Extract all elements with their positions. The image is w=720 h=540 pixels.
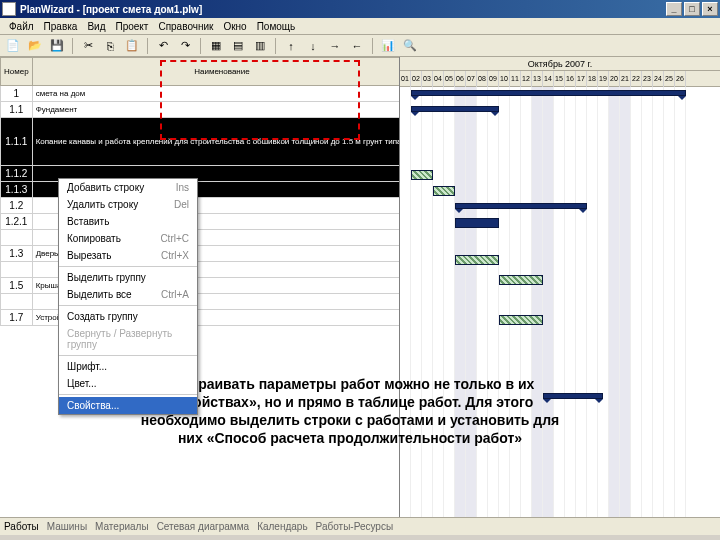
zoom-icon[interactable]: 🔍 bbox=[401, 37, 419, 55]
save-icon[interactable]: 💾 bbox=[48, 37, 66, 55]
day-header: 16 bbox=[565, 71, 576, 87]
menu-item[interactable]: КопироватьCtrl+C bbox=[59, 230, 197, 247]
menu-проект[interactable]: Проект bbox=[110, 21, 153, 32]
day-header: 05 bbox=[444, 71, 455, 87]
gantt-bar[interactable] bbox=[411, 170, 433, 180]
day-header: 19 bbox=[598, 71, 609, 87]
day-header: 23 bbox=[642, 71, 653, 87]
table-row[interactable]: 1.1.1Копание канавы и работа креплений д… bbox=[1, 118, 401, 166]
day-header: 20 bbox=[609, 71, 620, 87]
menu-файл[interactable]: Файл bbox=[4, 21, 39, 32]
open-icon[interactable]: 📂 bbox=[26, 37, 44, 55]
gantt-panel: Октябрь 2007 г. 010203040506070809101112… bbox=[400, 57, 720, 517]
undo-icon[interactable]: ↶ bbox=[154, 37, 172, 55]
day-header: 18 bbox=[587, 71, 598, 87]
gantt-bar[interactable] bbox=[499, 315, 543, 325]
day-header: 01 bbox=[400, 71, 411, 87]
col-header[interactable]: Наименование bbox=[32, 58, 400, 86]
gantt-bar-summary[interactable] bbox=[411, 106, 499, 112]
menu-item[interactable]: Добавить строкуIns bbox=[59, 179, 197, 196]
copy-icon[interactable]: ⎘ bbox=[101, 37, 119, 55]
day-header: 03 bbox=[422, 71, 433, 87]
view3-icon[interactable]: ▥ bbox=[251, 37, 269, 55]
menu-вид[interactable]: Вид bbox=[82, 21, 110, 32]
menu-помощь[interactable]: Помощь bbox=[252, 21, 301, 32]
tab-1[interactable]: Машины bbox=[47, 521, 87, 532]
gantt-bar-summary[interactable] bbox=[455, 203, 587, 209]
menu-item: Свернуть / Развернуть группу bbox=[59, 325, 197, 353]
menu-bar: ФайлПравкаВидПроектСправочникОкноПомощь bbox=[0, 18, 720, 35]
day-header: 26 bbox=[675, 71, 686, 87]
day-header: 07 bbox=[466, 71, 477, 87]
indent-icon[interactable]: → bbox=[326, 37, 344, 55]
gantt-bar[interactable] bbox=[455, 255, 499, 265]
gantt-bar[interactable] bbox=[433, 186, 455, 196]
day-header: 25 bbox=[664, 71, 675, 87]
annotation-text: Настраивать параметры работ можно не тол… bbox=[140, 375, 560, 447]
window-title: PlanWizard - [проект смета дом1.plw] bbox=[20, 4, 202, 15]
tab-0[interactable]: Работы bbox=[4, 521, 39, 532]
outdent-icon[interactable]: ← bbox=[348, 37, 366, 55]
day-header: 24 bbox=[653, 71, 664, 87]
cut-icon[interactable]: ✂ bbox=[79, 37, 97, 55]
menu-item[interactable]: Цвет... bbox=[59, 375, 197, 392]
gantt-bar[interactable] bbox=[499, 275, 543, 285]
menu-item[interactable]: Создать группу bbox=[59, 308, 197, 325]
close-button[interactable]: × bbox=[702, 2, 718, 16]
menu-правка[interactable]: Правка bbox=[39, 21, 83, 32]
day-header: 13 bbox=[532, 71, 543, 87]
tab-2[interactable]: Материалы bbox=[95, 521, 149, 532]
day-header: 06 bbox=[455, 71, 466, 87]
chart-icon[interactable]: 📊 bbox=[379, 37, 397, 55]
gantt-month-label: Октябрь 2007 г. bbox=[400, 57, 720, 71]
menu-справочник[interactable]: Справочник bbox=[153, 21, 218, 32]
arrow-up-icon[interactable]: ↑ bbox=[282, 37, 300, 55]
day-header: 10 bbox=[499, 71, 510, 87]
menu-item[interactable]: Выделить всеCtrl+A bbox=[59, 286, 197, 303]
col-header[interactable]: Номер bbox=[1, 58, 33, 86]
menu-окно[interactable]: Окно bbox=[218, 21, 251, 32]
day-header: 22 bbox=[631, 71, 642, 87]
context-menu: Добавить строкуInsУдалить строкуDelВстав… bbox=[58, 178, 198, 415]
menu-item[interactable]: Шрифт... bbox=[59, 358, 197, 375]
title-bar: PlanWizard - [проект смета дом1.plw] _ □… bbox=[0, 0, 720, 18]
maximize-button[interactable]: □ bbox=[684, 2, 700, 16]
tab-4[interactable]: Календарь bbox=[257, 521, 307, 532]
menu-item[interactable]: Выделить группу bbox=[59, 269, 197, 286]
menu-item[interactable]: ВырезатьCtrl+X bbox=[59, 247, 197, 264]
view2-icon[interactable]: ▤ bbox=[229, 37, 247, 55]
day-header: 08 bbox=[477, 71, 488, 87]
gantt-chart[interactable] bbox=[400, 87, 720, 517]
day-header: 09 bbox=[488, 71, 499, 87]
minimize-button[interactable]: _ bbox=[666, 2, 682, 16]
day-header: 02 bbox=[411, 71, 422, 87]
menu-item[interactable]: Вставить bbox=[59, 213, 197, 230]
day-header: 14 bbox=[543, 71, 554, 87]
table-row[interactable]: 1.1Фундамент4дн bbox=[1, 102, 401, 118]
menu-item[interactable]: Удалить строкуDel bbox=[59, 196, 197, 213]
day-header: 04 bbox=[433, 71, 444, 87]
redo-icon[interactable]: ↷ bbox=[176, 37, 194, 55]
paste-icon[interactable]: 📋 bbox=[123, 37, 141, 55]
day-header: 11 bbox=[510, 71, 521, 87]
table-row[interactable]: 1смета на дом10дн0 bbox=[1, 86, 401, 102]
gantt-bar[interactable] bbox=[455, 218, 499, 228]
view1-icon[interactable]: ▦ bbox=[207, 37, 225, 55]
gantt-bar-summary[interactable] bbox=[411, 90, 686, 96]
menu-item[interactable]: Свойства... bbox=[59, 397, 197, 414]
status-bar: РаботыМашиныМатериалыСетевая диаграммаКа… bbox=[0, 517, 720, 535]
app-icon bbox=[2, 2, 16, 16]
day-header: 21 bbox=[620, 71, 631, 87]
toolbar: 📄 📂 💾 ✂ ⎘ 📋 ↶ ↷ ▦ ▤ ▥ ↑ ↓ → ← 📊 🔍 bbox=[0, 35, 720, 57]
arrow-down-icon[interactable]: ↓ bbox=[304, 37, 322, 55]
day-header: 12 bbox=[521, 71, 532, 87]
day-header: 17 bbox=[576, 71, 587, 87]
new-icon[interactable]: 📄 bbox=[4, 37, 22, 55]
tab-3[interactable]: Сетевая диаграмма bbox=[157, 521, 250, 532]
tab-5[interactable]: Работы-Ресурсы bbox=[316, 521, 394, 532]
day-header: 15 bbox=[554, 71, 565, 87]
